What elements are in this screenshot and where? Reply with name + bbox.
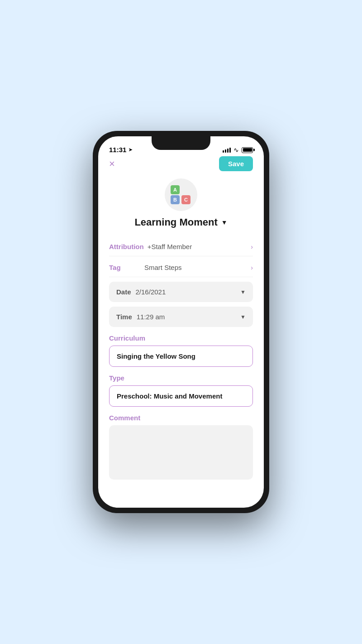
time-picker[interactable]: Time 11:29 am ▼ — [109, 307, 253, 327]
date-value: 2/16/2021 — [136, 288, 241, 296]
block-c: C — [181, 195, 191, 204]
main-content: × Save A B C Learning Moment ▼ — [98, 156, 264, 508]
comment-section-label: Comment — [109, 414, 253, 422]
time-label: Time — [116, 313, 132, 321]
location-icon: ➤ — [129, 147, 132, 152]
curriculum-input[interactable]: Singing the Yellow Song — [109, 346, 253, 367]
attribution-label: Attribution — [109, 243, 144, 250]
block-a: A — [171, 185, 180, 194]
status-icons: ∿ — [223, 146, 253, 154]
status-time: 11:31 ➤ — [109, 146, 132, 154]
phone-screen: 11:31 ➤ ∿ × Save — [98, 136, 264, 508]
attribution-row[interactable]: Attribution +Staff Member › — [109, 237, 253, 256]
battery-icon — [242, 147, 253, 153]
type-section-label: Type — [109, 374, 253, 382]
attribution-chevron: › — [251, 243, 253, 250]
date-label: Date — [116, 288, 131, 296]
phone-frame: 11:31 ➤ ∿ × Save — [93, 131, 269, 513]
time-value: 11:29 am — [137, 313, 240, 321]
tag-value: Smart Steps — [144, 264, 251, 271]
abc-logo: A B C — [171, 185, 191, 204]
tag-chevron: › — [251, 264, 253, 271]
tag-label: Tag — [109, 264, 141, 271]
wifi-icon: ∿ — [233, 146, 239, 154]
date-picker[interactable]: Date 2/16/2021 ▼ — [109, 282, 253, 302]
logo-circle: A B C — [165, 178, 197, 211]
comment-textarea[interactable] — [109, 425, 253, 480]
tag-row[interactable]: Tag Smart Steps › — [109, 258, 253, 277]
signal-icon — [223, 148, 231, 153]
header-row: × Save — [109, 156, 253, 171]
attribution-value: +Staff Member — [148, 243, 251, 250]
moment-title-text: Learning Moment — [134, 216, 217, 228]
type-input[interactable]: Preschool: Music and Movement — [109, 385, 253, 407]
title-dropdown-arrow: ▼ — [221, 219, 228, 226]
date-arrow: ▼ — [240, 289, 246, 295]
logo-area: A B C — [109, 178, 253, 211]
block-b: B — [171, 195, 180, 204]
notch — [152, 136, 210, 150]
save-button[interactable]: Save — [219, 156, 253, 171]
time-arrow: ▼ — [240, 314, 246, 320]
moment-title[interactable]: Learning Moment ▼ — [109, 216, 253, 228]
time-display: 11:31 — [109, 146, 126, 154]
close-button[interactable]: × — [109, 159, 115, 169]
curriculum-section-label: Curriculum — [109, 334, 253, 342]
